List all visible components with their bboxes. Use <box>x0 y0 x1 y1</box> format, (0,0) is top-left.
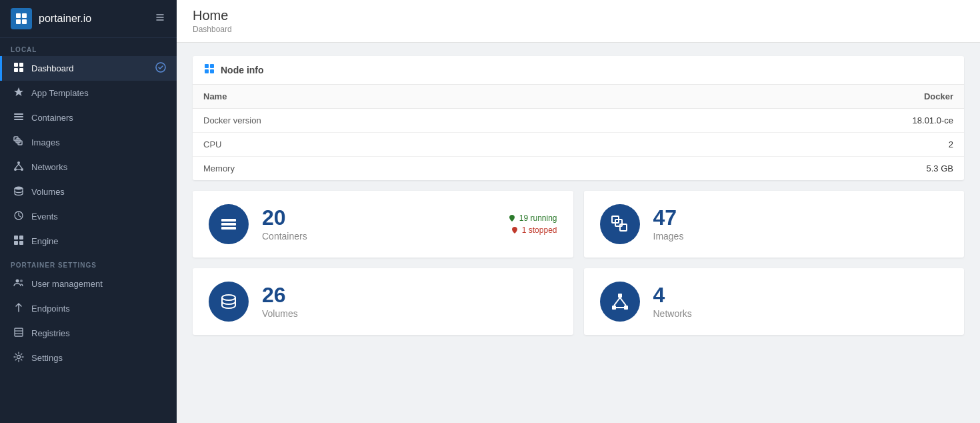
svg-line-18 <box>15 164 19 168</box>
sidebar-label-settings: Settings <box>31 353 166 363</box>
svg-rect-32 <box>205 64 209 68</box>
node-info-value: 18.01.0-ce <box>624 109 964 133</box>
stat-card-containers[interactable]: 20 Containers 19 running 1 stopped <box>193 191 573 258</box>
sidebar-section-local: LOCAL <box>0 38 177 56</box>
stat-card-volumes[interactable]: 26 Volumes <box>193 268 573 335</box>
badge-text: 1 stopped <box>522 226 557 235</box>
sidebar-item-dashboard[interactable]: Dashboard <box>0 56 177 81</box>
stat-icon-containers <box>209 204 249 244</box>
svg-point-31 <box>17 356 21 359</box>
sidebar-item-engine[interactable]: Engine <box>0 229 177 254</box>
sidebar-label-app-templates: App Templates <box>31 88 166 98</box>
sidebar-item-settings[interactable]: Settings <box>0 346 177 370</box>
sidebar-item-events[interactable]: Events <box>0 204 177 229</box>
stat-label-images: Images <box>653 231 949 242</box>
node-info-value: 2 <box>624 133 964 157</box>
stat-card-networks[interactable]: 4 Networks <box>584 268 965 335</box>
svg-rect-43 <box>618 294 622 298</box>
dashboard-badge-icon <box>155 62 166 75</box>
stat-number-images: 47 <box>653 207 949 228</box>
sidebar-item-networks[interactable]: Networks <box>0 155 177 179</box>
svg-rect-34 <box>205 69 209 73</box>
sidebar-toggle-icon[interactable] <box>154 11 166 26</box>
node-info-table: Name Docker Docker version18.01.0-ceCPU2… <box>193 85 964 180</box>
svg-rect-9 <box>14 113 23 115</box>
sidebar-logo: portainer.io <box>0 0 177 38</box>
col-header-name: Name <box>193 85 624 109</box>
sidebar-label-endpoints: Endpoints <box>31 304 166 314</box>
sidebar-item-user-management[interactable]: User management <box>0 272 177 296</box>
stat-icon-networks <box>600 282 640 322</box>
svg-rect-6 <box>14 68 18 72</box>
sidebar-label-networks: Networks <box>31 162 166 172</box>
svg-rect-4 <box>14 63 18 67</box>
node-info-label: Docker version <box>193 109 624 133</box>
sidebar-item-images[interactable]: Images <box>0 130 177 155</box>
stat-label-containers: Containers <box>262 231 495 242</box>
svg-rect-1 <box>22 13 27 18</box>
svg-rect-35 <box>210 69 214 73</box>
stat-label-networks: Networks <box>653 308 949 319</box>
node-info-title: Node info <box>221 65 264 75</box>
stats-grid: 20 Containers 19 running 1 stopped <box>193 191 964 335</box>
svg-rect-41 <box>620 224 627 231</box>
svg-rect-45 <box>624 306 628 310</box>
sidebar-item-app-templates[interactable]: App Templates <box>0 81 177 105</box>
sidebar-logo-text: portainer.io <box>39 13 91 25</box>
dashboard-icon <box>13 62 25 75</box>
svg-rect-25 <box>19 241 23 245</box>
page-breadcrumb: Dashboard <box>193 25 964 34</box>
svg-point-15 <box>17 161 20 164</box>
sidebar: portainer.io LOCAL Dashboard App Templat… <box>0 0 177 423</box>
svg-rect-33 <box>210 64 214 68</box>
page-header: Home Dashboard <box>177 0 980 43</box>
node-info-row: Docker version18.01.0-ce <box>193 109 964 133</box>
stat-info-volumes: 26 Volumes <box>262 284 557 319</box>
stat-info-networks: 4 Networks <box>653 284 949 319</box>
node-info-card: Node info Name Docker Docker version18.0… <box>193 56 964 180</box>
events-icon <box>13 210 25 223</box>
sidebar-label-registries: Registries <box>31 328 166 338</box>
volumes-icon <box>13 185 25 198</box>
svg-point-42 <box>222 295 235 300</box>
svg-rect-37 <box>221 223 236 226</box>
svg-rect-36 <box>221 219 236 222</box>
svg-rect-23 <box>19 236 23 240</box>
settings-icon <box>13 352 25 364</box>
app-templates-icon <box>13 87 25 99</box>
svg-rect-24 <box>14 241 18 245</box>
svg-rect-3 <box>22 19 27 24</box>
svg-line-47 <box>620 298 626 306</box>
node-info-label: CPU <box>193 133 624 157</box>
sidebar-item-endpoints[interactable]: Endpoints <box>0 296 177 321</box>
svg-rect-38 <box>221 227 236 230</box>
sidebar-label-dashboard: Dashboard <box>31 63 149 73</box>
stat-icon-images <box>600 204 640 244</box>
svg-rect-0 <box>16 13 21 18</box>
node-info-header: Node info <box>193 56 964 85</box>
user-management-icon <box>13 278 25 290</box>
col-header-value: Docker <box>624 85 964 109</box>
stat-card-images[interactable]: 47 Images <box>584 191 965 258</box>
main-content-area: Home Dashboard Node info N <box>177 0 980 423</box>
svg-point-26 <box>16 280 19 283</box>
containers-icon <box>13 111 25 124</box>
stat-info-images: 47 Images <box>653 207 949 242</box>
networks-icon <box>13 161 25 173</box>
svg-rect-11 <box>14 119 23 120</box>
badge-text: 19 running <box>519 214 557 223</box>
svg-rect-28 <box>15 328 23 336</box>
sidebar-item-containers[interactable]: Containers <box>0 105 177 130</box>
engine-icon <box>13 235 25 248</box>
svg-line-46 <box>614 298 620 306</box>
node-info-row: Memory5.3 GB <box>193 157 964 181</box>
svg-rect-5 <box>19 63 23 67</box>
sidebar-item-volumes[interactable]: Volumes <box>0 179 177 204</box>
sidebar-label-events: Events <box>31 212 166 222</box>
stat-number-containers: 20 <box>262 207 495 228</box>
svg-rect-44 <box>612 306 616 310</box>
sidebar-item-registries[interactable]: Registries <box>0 321 177 346</box>
sidebar-label-user-management: User management <box>31 279 166 289</box>
endpoints-icon <box>13 302 25 315</box>
svg-line-19 <box>19 164 22 168</box>
